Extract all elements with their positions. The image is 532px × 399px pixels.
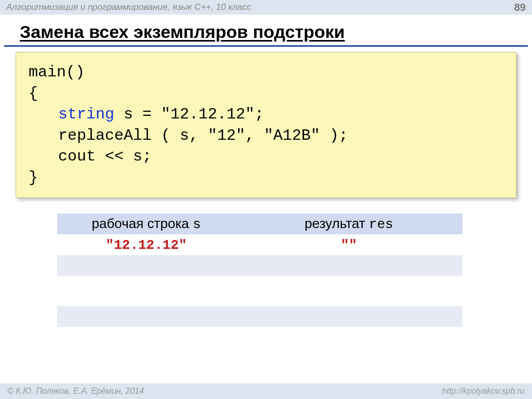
code-line: } xyxy=(29,167,503,189)
code-line: main() xyxy=(29,62,503,83)
footer-bar: © К.Ю. Поляков, Е.А. Ерёмин, 2014 http:/… xyxy=(0,383,532,399)
table-gap xyxy=(57,297,462,306)
table-header-left: рабочая строка s xyxy=(57,214,235,234)
code-line: { xyxy=(29,83,503,104)
code-line: replaceAll ( s, "12", "A12B" ); xyxy=(29,125,503,147)
table-row: "12.12.12" "" xyxy=(57,234,462,255)
footer-url: http://kpolyakov.spb.ru xyxy=(442,387,525,396)
table-row xyxy=(57,255,462,276)
table-row xyxy=(57,327,462,348)
header-bar: Алгоритмизация и программирование, язык … xyxy=(0,0,532,15)
page-number: 89 xyxy=(514,2,526,14)
table-row xyxy=(57,306,462,327)
subject-label: Алгоритмизация и программирование, язык … xyxy=(6,2,251,12)
code-line: cout << s; xyxy=(29,146,503,167)
trace-table: рабочая строка s результат res "12.12.12… xyxy=(57,214,462,348)
cell-value: "" xyxy=(341,237,357,253)
slide-title: Замена всех экземпляров подстроки xyxy=(4,15,528,47)
code-line: string s = "12.12.12"; xyxy=(29,104,503,125)
cell-value: "12.12.12" xyxy=(106,237,187,253)
copyright: © К.Ю. Поляков, Е.А. Ерёмин, 2014 xyxy=(7,387,144,396)
keyword: string xyxy=(58,105,114,123)
table-header-right: результат res xyxy=(235,214,462,234)
code-block: main() { string s = "12.12.12"; replaceA… xyxy=(16,52,516,198)
table-row xyxy=(57,276,462,297)
